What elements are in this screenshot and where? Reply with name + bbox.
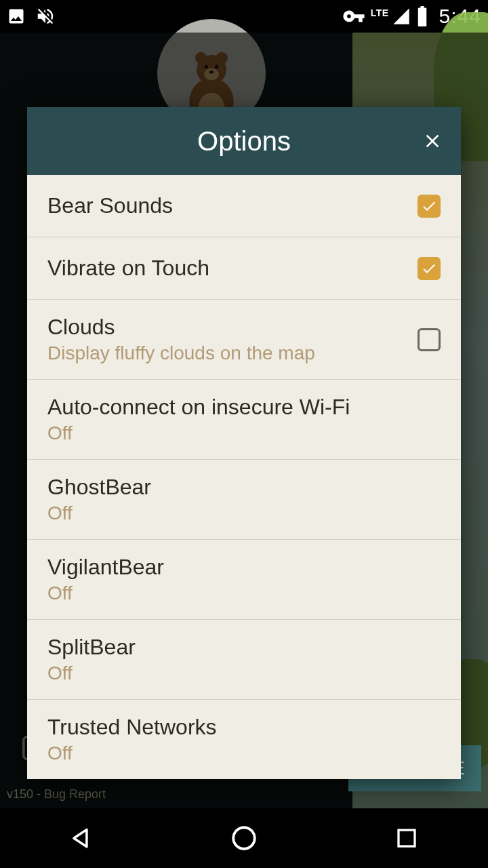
option-sublabel: Off [47,663,441,684]
option-row-bear-sounds[interactable]: Bear Sounds [27,175,461,237]
option-row-splitbear[interactable]: SplitBearOff [27,620,461,700]
back-button[interactable] [64,821,98,855]
battery-icon [416,6,428,26]
option-label: Clouds [47,315,409,340]
options-dialog: Options Bear SoundsVibrate on TouchCloud… [27,107,461,779]
option-row-ghostbear[interactable]: GhostBearOff [27,460,461,540]
triangle-back-icon [68,825,94,851]
option-label: SplitBear [47,635,441,660]
check-icon [421,198,437,214]
close-icon [422,130,443,152]
dialog-header: Options [27,107,461,175]
option-label: Vibrate on Touch [47,256,409,281]
option-label: VigilantBear [47,555,441,580]
home-button[interactable] [227,821,261,855]
options-list: Bear SoundsVibrate on TouchCloudsDisplay… [27,175,461,779]
option-row-trusted-networks[interactable]: Trusted NetworksOff [27,700,461,779]
close-button[interactable] [419,127,446,155]
option-row-vibrate-on-touch[interactable]: Vibrate on Touch [27,237,461,300]
check-icon [421,260,437,277]
svg-rect-14 [399,830,415,846]
mute-icon [35,6,56,26]
vpn-key-icon [342,5,365,28]
option-sublabel: Off [47,743,441,764]
option-row-vigilantbear[interactable]: VigilantBearOff [27,540,461,620]
option-row-auto-connect-on-insecure-wi-fi[interactable]: Auto-connect on insecure Wi-FiOff [27,380,461,460]
option-label: Auto-connect on insecure Wi-Fi [47,395,441,420]
option-sublabel: Off [47,502,441,524]
dialog-title: Options [197,126,291,157]
picture-icon [7,7,26,26]
cell-signal-icon [392,7,411,26]
option-label: Trusted Networks [47,715,441,740]
checkbox[interactable] [418,195,441,218]
option-label: Bear Sounds [47,193,409,218]
option-sublabel: Off [47,422,441,444]
network-type-label: LTE [371,7,389,18]
recent-button[interactable] [390,821,424,855]
navigation-bar [0,808,488,868]
option-label: GhostBear [47,475,441,500]
status-bar: LTE 5:44 [0,0,488,33]
option-sublabel: Off [47,583,441,604]
svg-point-13 [233,827,255,849]
option-row-clouds[interactable]: CloudsDisplay fluffy clouds on the map [27,300,461,380]
circle-home-icon [230,824,258,852]
checkbox[interactable] [418,257,441,280]
option-sublabel: Display fluffy clouds on the map [47,342,409,364]
square-recent-icon [394,826,419,850]
version-label: v150 - Bug Report [7,787,106,802]
checkbox[interactable] [418,328,441,351]
